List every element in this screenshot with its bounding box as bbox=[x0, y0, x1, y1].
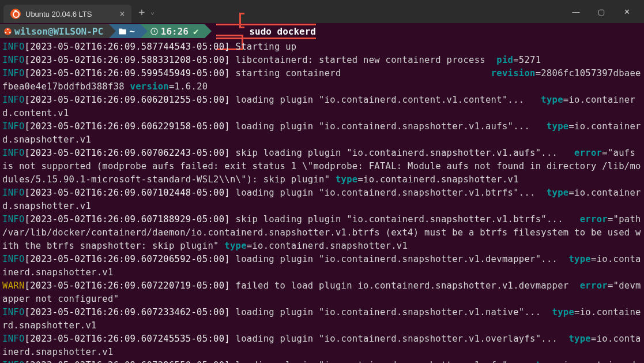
maximize-button[interactable]: ▢ bbox=[592, 8, 611, 16]
log-key: type bbox=[568, 254, 591, 264]
log-level: INFO bbox=[2, 334, 25, 344]
prompt-time-segment: 16:26 ✔ bbox=[141, 24, 205, 38]
log-level: INFO bbox=[2, 95, 25, 105]
log-key: type bbox=[224, 241, 247, 251]
log-line: INFO[2023-05-02T16:26:09.607245535-05:00… bbox=[2, 332, 642, 359]
prompt-user-segment: wilson@WILSON-PC bbox=[0, 24, 109, 38]
log-line: WARN[2023-05-02T16:26:09.607220719-05:00… bbox=[2, 279, 642, 306]
log-value: =io.containerd.snapshotter.v1 bbox=[357, 174, 518, 185]
log-level: INFO bbox=[2, 121, 25, 132]
log-timestamp: [2023-05-02T16:26:09.607102448-05:00] bbox=[25, 188, 230, 198]
log-timestamp: [2023-05-02T16:26:09.607062243-05:00] bbox=[25, 148, 230, 158]
log-key: type bbox=[552, 307, 575, 317]
folder-icon bbox=[118, 27, 127, 36]
log-message: loading plugin "io.containerd.snapshotte… bbox=[230, 254, 569, 264]
terminal-output[interactable]: INFO[2023-05-02T16:26:09.587744543-05:00… bbox=[0, 39, 644, 363]
log-line: INFO[2023-05-02T16:26:09.607188929-05:00… bbox=[2, 213, 642, 253]
log-line: INFO[2023-05-02T16:26:09.607233462-05:00… bbox=[2, 306, 642, 332]
log-line: INFO[2023-05-02T16:26:09.588331208-05:00… bbox=[2, 54, 642, 67]
log-key: version bbox=[130, 81, 169, 92]
close-window-button[interactable]: ✕ bbox=[617, 8, 636, 16]
tab-dropdown-icon[interactable]: ⌄ bbox=[150, 8, 155, 16]
log-level: INFO bbox=[2, 360, 25, 363]
shell-prompt: wilson@WILSON-PC ~ 16:26 ✔ sudo dockerd bbox=[0, 23, 644, 39]
log-level: INFO bbox=[2, 68, 25, 78]
log-key: pid bbox=[496, 55, 513, 65]
log-level: INFO bbox=[2, 42, 25, 52]
svg-point-3 bbox=[9, 32, 11, 33]
log-timestamp: [2023-05-02T16:26:09.599545949-05:00] bbox=[25, 68, 230, 78]
log-level: INFO bbox=[2, 307, 25, 317]
prompt-dir: ~ bbox=[129, 26, 135, 37]
log-value: =1.6.20 bbox=[169, 81, 208, 92]
log-line: INFO[2023-05-02T16:26:09.607206592-05:00… bbox=[2, 253, 642, 279]
log-level: INFO bbox=[2, 188, 25, 198]
log-message: loading plugin "io.containerd.snapshotte… bbox=[230, 307, 552, 317]
log-message: skip loading plugin "io.containerd.snaps… bbox=[230, 214, 580, 224]
log-key: type bbox=[336, 174, 358, 185]
log-timestamp: [2023-05-02T16:26:09.606229158-05:00] bbox=[25, 121, 230, 132]
log-message: loading plugin "io.containerd.content.v1… bbox=[230, 95, 541, 105]
log-line: INFO[2023-05-02T16:26:09.607062243-05:00… bbox=[2, 147, 642, 186]
log-line: INFO[2023-05-02T16:26:09.606229158-05:00… bbox=[2, 120, 642, 147]
log-key: type bbox=[541, 95, 563, 105]
log-message: libcontainerd: started new containerd pr… bbox=[230, 55, 496, 65]
log-key: error bbox=[574, 148, 602, 158]
log-message: starting containerd bbox=[230, 68, 491, 78]
prompt-user: wilson@WILSON-PC bbox=[14, 26, 103, 37]
log-message: loading plugin "io.containerd.snapshotte… bbox=[230, 334, 569, 344]
close-tab-icon[interactable]: × bbox=[119, 9, 125, 19]
log-key: type bbox=[568, 334, 591, 344]
log-timestamp: [2023-05-02T16:26:09.607296550-05:00] bbox=[25, 360, 230, 363]
log-timestamp: [2023-05-02T16:26:09.587744543-05:00] bbox=[25, 42, 230, 52]
ubuntu-prompt-icon bbox=[3, 27, 12, 36]
svg-point-2 bbox=[5, 32, 7, 33]
log-timestamp: [2023-05-02T16:26:09.607206592-05:00] bbox=[25, 254, 230, 264]
log-key: type bbox=[547, 121, 569, 132]
log-timestamp: [2023-05-02T16:26:09.607188929-05:00] bbox=[25, 214, 230, 224]
new-tab-button[interactable]: + bbox=[138, 6, 145, 18]
log-line: INFO[2023-05-02T16:26:09.587744543-05:00… bbox=[2, 40, 642, 54]
log-timestamp: [2023-05-02T16:26:09.607220719-05:00] bbox=[25, 280, 230, 291]
log-level: INFO bbox=[2, 214, 25, 224]
window-controls: — ▢ ✕ bbox=[567, 8, 641, 16]
log-level: INFO bbox=[2, 148, 25, 158]
log-value: =io.containerd.snapshotter.v1 bbox=[247, 241, 408, 251]
log-key: type bbox=[547, 188, 569, 198]
log-message: failed to load plugin io.containerd.snap… bbox=[230, 280, 580, 291]
svg-point-1 bbox=[7, 28, 9, 30]
log-key: revision bbox=[491, 68, 536, 78]
log-line: INFO[2023-05-02T16:26:09.599545949-05:00… bbox=[2, 67, 642, 93]
log-line: INFO[2023-05-02T16:26:09.607296550-05:00… bbox=[2, 359, 642, 363]
terminal-tab[interactable]: Ubuntu 20.04.6 LTS × bbox=[3, 5, 131, 23]
log-level: WARN bbox=[2, 280, 25, 291]
ubuntu-icon bbox=[10, 9, 21, 19]
log-value: =5271 bbox=[513, 55, 541, 65]
prompt-check-icon: ✔ bbox=[193, 26, 199, 37]
log-message: skip loading plugin "io.containerd.snaps… bbox=[230, 148, 574, 158]
command-text: sudo dockerd bbox=[249, 26, 316, 37]
titlebar: Ubuntu 20.04.6 LTS × + ⌄ — ▢ ✕ bbox=[0, 0, 644, 23]
prompt-time: 16:26 bbox=[161, 26, 189, 37]
tab-title: Ubuntu 20.04.6 LTS bbox=[25, 10, 92, 18]
log-level: INFO bbox=[2, 254, 25, 264]
log-message: Starting up bbox=[230, 42, 297, 52]
minimize-button[interactable]: — bbox=[567, 8, 585, 16]
log-timestamp: [2023-05-02T16:26:09.607233462-05:00] bbox=[25, 307, 230, 317]
log-key: error bbox=[580, 214, 608, 224]
log-message: loading plugin "io.containerd.snapshotte… bbox=[230, 188, 547, 198]
log-timestamp: [2023-05-02T16:26:09.607245535-05:00] bbox=[25, 334, 230, 344]
log-line: INFO[2023-05-02T16:26:09.606201255-05:00… bbox=[2, 93, 642, 120]
log-timestamp: [2023-05-02T16:26:09.588331208-05:00] bbox=[25, 55, 230, 65]
log-key: error bbox=[580, 280, 608, 291]
log-key: type bbox=[536, 360, 558, 363]
clock-icon bbox=[150, 27, 159, 36]
log-message: loading plugin "io.containerd.snapshotte… bbox=[230, 121, 547, 132]
log-line: INFO[2023-05-02T16:26:09.607102448-05:00… bbox=[2, 186, 642, 213]
log-level: INFO bbox=[2, 55, 25, 65]
log-timestamp: [2023-05-02T16:26:09.606201255-05:00] bbox=[25, 95, 230, 105]
log-message: loading plugin "io.containerd.snapshotte… bbox=[230, 360, 536, 363]
